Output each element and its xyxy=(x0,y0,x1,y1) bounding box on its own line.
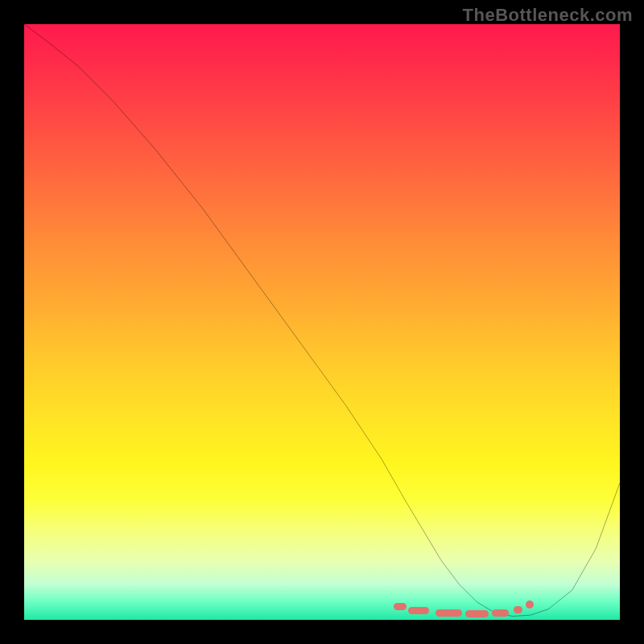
valley-marker xyxy=(514,606,522,614)
watermark-text: TheBottleneck.com xyxy=(463,5,633,26)
valley-marker xyxy=(436,609,462,617)
valley-marker xyxy=(408,607,429,614)
plot-area xyxy=(24,24,620,620)
valley-marker xyxy=(526,601,534,609)
valley-marker xyxy=(394,603,407,610)
valley-marker xyxy=(465,610,489,617)
valley-marker xyxy=(492,609,509,617)
chart-canvas: TheBottleneck.com xyxy=(0,0,644,644)
valley-markers-group xyxy=(24,24,620,620)
